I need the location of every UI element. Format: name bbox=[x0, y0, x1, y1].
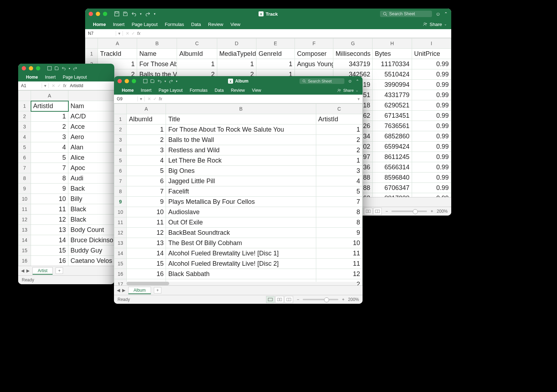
cell[interactable]: 3990994 bbox=[373, 80, 412, 90]
row-header[interactable]: 6 bbox=[114, 166, 127, 176]
ribbon-collapse-icon[interactable]: ⌃ bbox=[444, 11, 448, 16]
search-sheet-input[interactable]: Search Sheet bbox=[380, 11, 432, 17]
save-icon[interactable] bbox=[54, 66, 59, 70]
cell[interactable]: Composer bbox=[295, 49, 333, 59]
sheet-tab-artist[interactable]: Artist bbox=[32, 267, 53, 275]
cell[interactable]: Big Ones bbox=[166, 166, 316, 176]
cell[interactable]: 6290521 bbox=[373, 100, 412, 111]
autosave-icon[interactable] bbox=[114, 11, 119, 16]
cell[interactable]: 2 bbox=[316, 145, 362, 155]
row-header[interactable]: 2 bbox=[114, 125, 127, 135]
cell[interactable]: TrackId bbox=[98, 49, 137, 59]
tab-home[interactable]: Home bbox=[118, 86, 137, 94]
cell[interactable]: 5510424 bbox=[373, 69, 412, 80]
name-box-dropdown-icon[interactable]: ▾ bbox=[138, 96, 145, 101]
cell[interactable]: 1 bbox=[316, 155, 362, 166]
row-header[interactable]: 7 bbox=[114, 176, 127, 186]
tab-view[interactable]: View bbox=[248, 86, 265, 94]
cell[interactable]: 343719 bbox=[333, 59, 373, 69]
cell[interactable]: 2 bbox=[316, 135, 362, 145]
cell[interactable]: 12 bbox=[31, 214, 68, 225]
undo-icon[interactable] bbox=[157, 79, 162, 83]
cell[interactable]: 3 bbox=[31, 132, 68, 142]
cell[interactable]: Let There Be Rock bbox=[166, 155, 316, 166]
row-header[interactable]: 5 bbox=[19, 142, 31, 153]
redo-icon[interactable] bbox=[73, 66, 77, 70]
cell[interactable]: 0.99 bbox=[412, 121, 451, 131]
undo-dropdown-icon[interactable]: ▾ bbox=[165, 80, 166, 83]
tab-formulas[interactable]: Formulas bbox=[161, 20, 188, 28]
cell[interactable]: 4 bbox=[316, 176, 362, 186]
row-header[interactable]: 9 bbox=[19, 184, 31, 194]
cell[interactable]: Milliseconds bbox=[333, 49, 373, 59]
row-header[interactable]: 4 bbox=[114, 145, 127, 155]
column-header[interactable]: B bbox=[137, 38, 177, 49]
cell[interactable]: 6706347 bbox=[373, 183, 412, 193]
row-header[interactable]: 8 bbox=[114, 186, 127, 197]
zoom-slider[interactable] bbox=[391, 211, 427, 212]
cell[interactable]: 5 bbox=[127, 166, 166, 176]
redo-icon[interactable] bbox=[145, 11, 150, 16]
cell[interactable]: 7 bbox=[31, 163, 68, 173]
share-button[interactable]: Share ⌄ bbox=[423, 22, 447, 27]
cell[interactable]: Aero bbox=[68, 132, 115, 142]
column-header[interactable]: A bbox=[31, 91, 68, 101]
cell[interactable]: Caetano Velos bbox=[68, 256, 115, 266]
cell[interactable]: Back bbox=[68, 184, 115, 194]
accept-formula-icon[interactable]: ✓ bbox=[57, 83, 61, 88]
column-header[interactable]: F bbox=[295, 38, 333, 49]
cell[interactable]: 8596840 bbox=[373, 173, 412, 183]
cell[interactable]: 8 bbox=[316, 207, 362, 217]
cell[interactable]: 11 bbox=[127, 217, 166, 228]
sheet-nav-prev-icon[interactable]: ◀ bbox=[117, 288, 120, 293]
sheet-nav-next-icon[interactable]: ▶ bbox=[26, 268, 30, 273]
redo-icon[interactable] bbox=[169, 79, 173, 83]
cell[interactable]: Audi bbox=[68, 173, 115, 184]
name-box-dropdown-icon[interactable]: ▾ bbox=[42, 83, 49, 88]
tab-insert[interactable]: Insert bbox=[109, 20, 128, 28]
smiley-feedback-icon[interactable]: ☺ bbox=[436, 11, 441, 17]
share-button[interactable]: Share ⌄ bbox=[337, 88, 358, 92]
cell[interactable]: 8 bbox=[316, 217, 362, 228]
horizontal-scrollbar[interactable] bbox=[126, 282, 169, 285]
cell[interactable]: 0.99 bbox=[412, 193, 451, 197]
tab-review[interactable]: Review bbox=[227, 86, 248, 94]
cell[interactable]: Black bbox=[68, 204, 115, 214]
cell[interactable]: 4 bbox=[31, 142, 68, 153]
cell[interactable]: AlbumId bbox=[127, 114, 166, 125]
fx-icon[interactable]: fx bbox=[159, 96, 162, 101]
spreadsheet-grid[interactable]: A1ArtistIdNam21AC/D32Acce43Aero54Alan65A… bbox=[18, 90, 114, 266]
ribbon-collapse-icon[interactable]: ⌃ bbox=[356, 79, 359, 84]
row-header[interactable]: 10 bbox=[114, 207, 127, 217]
cell[interactable]: For Those Ab bbox=[137, 59, 177, 69]
cell[interactable]: 0.99 bbox=[412, 152, 451, 162]
row-header[interactable]: 8 bbox=[19, 173, 31, 184]
cell[interactable]: Black Sabbath bbox=[166, 269, 316, 279]
cell[interactable]: Alice bbox=[68, 153, 115, 163]
undo-icon[interactable] bbox=[62, 66, 66, 70]
column-header[interactable]: A bbox=[98, 38, 137, 49]
select-all-cell[interactable] bbox=[114, 104, 127, 114]
minimize-button[interactable] bbox=[96, 12, 100, 16]
cell[interactable]: 15 bbox=[31, 245, 68, 256]
cell[interactable]: For Those About To Rock We Salute You bbox=[166, 125, 316, 135]
cell[interactable]: 7 bbox=[127, 186, 166, 197]
column-header[interactable]: C bbox=[177, 38, 217, 49]
cell[interactable]: 1 bbox=[177, 59, 217, 69]
cell[interactable]: Alcohol Fueled Brewtality Live! [Disc 2] bbox=[166, 259, 316, 269]
cell[interactable]: 0.99 bbox=[412, 173, 451, 183]
cell[interactable]: Alcohol Fueled Brewtality Live! [Disc 1] bbox=[166, 248, 316, 259]
cell[interactable]: 10 bbox=[316, 238, 362, 248]
cell[interactable]: 7 bbox=[316, 197, 362, 207]
cell[interactable]: 3 bbox=[127, 145, 166, 155]
cell[interactable]: 12 bbox=[127, 228, 166, 238]
cell[interactable]: 8 bbox=[31, 173, 68, 184]
cell[interactable]: 1 bbox=[316, 125, 362, 135]
row-header[interactable]: 13 bbox=[19, 225, 31, 235]
cell[interactable]: AC/D bbox=[68, 111, 115, 122]
zoom-out-button[interactable]: − bbox=[385, 209, 388, 214]
cell[interactable]: Angus Young bbox=[295, 59, 333, 69]
cell[interactable]: 13 bbox=[31, 225, 68, 235]
cell[interactable]: UnitPrice bbox=[412, 49, 451, 59]
row-header[interactable]: 15 bbox=[114, 259, 127, 269]
